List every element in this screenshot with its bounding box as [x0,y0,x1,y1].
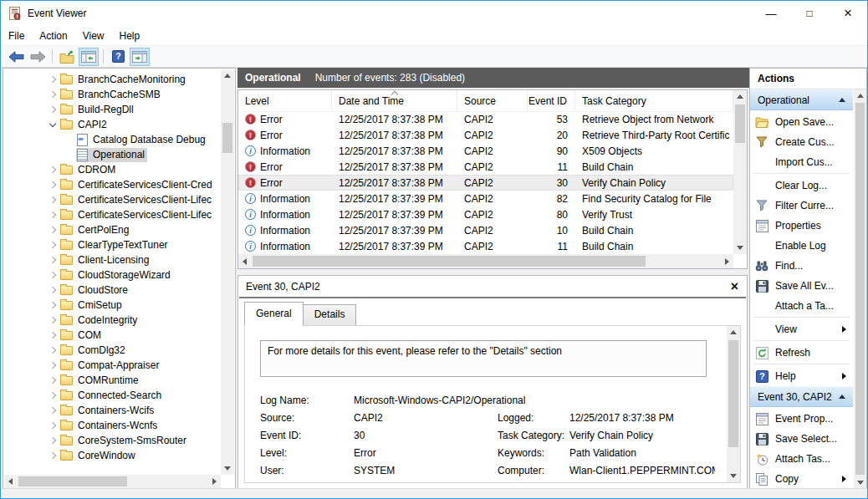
preview-vertical-scrollbar[interactable] [727,326,740,482]
tree-item[interactable]: Containers-Wcifs [4,403,221,418]
open-saved-log-button[interactable] [57,48,77,66]
tree-item[interactable]: CertificateServicesClient-Lifec [4,207,221,222]
tree-item[interactable]: CAPI2 [4,117,221,132]
scroll-left-button[interactable] [238,254,251,268]
action-item-filter-curre[interactable]: Filter Curre... [750,196,853,216]
tree-item[interactable]: CertificateServicesClient-Lifec [4,192,221,207]
tree-item[interactable]: Catalog Database Debug [4,132,221,147]
help-button[interactable]: ? [108,48,128,66]
console-tree-toggle-button[interactable] [79,48,99,66]
scroll-up-button[interactable] [727,326,740,339]
action-item-help[interactable]: ?Help [750,366,853,386]
event-row[interactable]: !Error12/25/2017 8:37:38 PMCAPI230Verify… [238,175,733,191]
expand-chevron-icon[interactable] [46,333,59,338]
event-list-horizontal-scrollbar[interactable] [238,254,733,268]
tree-item[interactable]: COMRuntime [4,373,221,388]
expand-chevron-icon[interactable] [46,378,59,383]
scrollbar-thumb[interactable] [735,104,745,143]
actions-vertical-scrollbar[interactable] [854,89,866,489]
expand-chevron-icon[interactable] [46,197,59,202]
expand-chevron-icon[interactable] [46,182,59,187]
tree-item[interactable]: Client-Licensing [4,252,221,267]
scrollbar-thumb[interactable] [18,476,127,486]
event-row[interactable]: iInformation12/25/2017 8:37:38 PMCAPI290… [238,143,733,159]
tree-item[interactable]: Build-RegDll [4,102,221,117]
expand-chevron-icon[interactable] [46,242,59,247]
tree-item[interactable]: CoreSystem-SmsRouter [4,433,221,448]
expand-chevron-icon[interactable] [46,272,59,278]
scroll-down-button[interactable] [733,242,747,254]
expand-chevron-icon[interactable] [46,77,59,82]
close-button[interactable]: × [829,1,867,26]
scrollbar-thumb[interactable] [728,340,738,447]
event-row[interactable]: !Error12/25/2017 8:37:38 PMCAPI211Build … [238,159,733,175]
column-header-task-category[interactable]: Task Category [575,90,733,111]
action-item-properties[interactable]: Properties [750,216,853,236]
scroll-down-button[interactable] [854,476,866,489]
column-header-date-and-time[interactable]: Date and Time [332,90,457,111]
tab-details[interactable]: Details [303,304,357,326]
tree-item[interactable]: CertPolEng [4,222,221,237]
tree-item[interactable]: Containers-Wcnfs [4,418,221,433]
minimize-button[interactable]: — [752,1,790,26]
action-item-save-all-ev[interactable]: Save All Ev... [750,276,853,296]
back-arrow-button[interactable] [6,48,26,66]
scrollbar-thumb[interactable] [222,123,232,153]
tree-item[interactable]: Compat-Appraiser [4,358,221,373]
action-item-view[interactable]: View [750,319,853,339]
expand-chevron-icon[interactable] [46,363,59,368]
action-item-attach-a-ta[interactable]: Attach a Ta... [750,296,853,316]
tab-general[interactable]: General [244,302,304,326]
scroll-down-button[interactable] [221,462,234,475]
action-item-attach-tas[interactable]: Attach Tas... [750,449,853,469]
expand-chevron-icon[interactable] [46,438,59,443]
tree-item[interactable]: CodeIntegrity [4,313,221,328]
scrollbar-thumb[interactable] [253,256,646,267]
forward-arrow-button[interactable] [28,48,48,66]
scroll-up-button[interactable] [733,90,747,103]
column-header-event-id[interactable]: Event ID [528,90,575,111]
event-row[interactable]: !Error12/25/2017 8:37:38 PMCAPI220Retrie… [238,127,733,143]
tree-item[interactable]: ClearTypeTextTuner [4,237,221,252]
scroll-right-button[interactable] [721,254,733,268]
event-row[interactable]: !Error12/25/2017 8:37:38 PMCAPI253Retrie… [238,111,733,127]
tree-item[interactable]: CmiSetup [4,298,221,313]
action-item-open-save[interactable]: Open Save... [750,112,853,132]
expand-chevron-icon[interactable] [46,257,59,262]
action-item-find[interactable]: Find... [750,256,853,276]
expand-chevron-icon[interactable] [46,92,59,97]
expand-chevron-icon[interactable] [46,227,59,232]
tree-item[interactable]: Connected-Search [4,388,221,403]
close-preview-icon[interactable]: × [731,281,738,293]
action-item-import-cus[interactable]: Import Cus... [750,152,853,172]
tree-item[interactable]: BranchCacheSMB [4,87,221,102]
event-list-vertical-scrollbar[interactable] [733,90,747,254]
expand-chevron-icon[interactable] [46,303,59,308]
event-row[interactable]: iInformation12/25/2017 8:37:39 PMCAPI211… [238,238,733,254]
scroll-down-button[interactable] [727,470,740,482]
expand-chevron-icon[interactable] [46,408,59,413]
action-item-enable-log[interactable]: Enable Log [750,236,853,256]
column-header-source[interactable]: Source [457,90,528,111]
expand-chevron-icon[interactable] [46,348,59,353]
action-item-save-select[interactable]: Save Select... [750,429,853,449]
event-row[interactable]: iInformation12/25/2017 8:37:39 PMCAPI280… [238,206,733,222]
scroll-up-button[interactable] [221,69,234,82]
scroll-up-button[interactable] [854,89,866,102]
menu-view[interactable]: View [75,28,112,44]
tree-item[interactable]: CertificateServicesClient-Cred [4,177,221,192]
actions-group-header[interactable]: Operational [750,89,853,110]
event-row[interactable]: iInformation12/25/2017 8:37:39 PMCAPI282… [238,191,733,206]
scrollbar-thumb[interactable] [855,103,865,475]
action-item-refresh[interactable]: Refresh [750,343,853,363]
tree-item[interactable]: Operational [4,147,221,162]
action-item-clear-log[interactable]: Clear Log... [750,176,853,196]
maximize-button[interactable]: □ [790,1,829,26]
expand-chevron-icon[interactable] [46,212,59,217]
action-item-event-prop[interactable]: Event Prop... [750,409,853,429]
tree-item[interactable]: CloudStorageWizard [4,267,221,283]
collapse-caret-icon[interactable] [839,395,845,399]
tree-item[interactable]: CoreWindow [4,448,221,463]
tree-vertical-scrollbar[interactable] [221,69,234,475]
expand-chevron-icon[interactable] [46,123,59,126]
